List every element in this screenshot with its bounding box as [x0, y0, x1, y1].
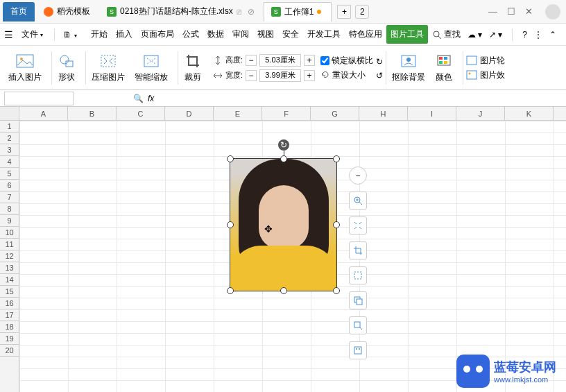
width-input[interactable] — [259, 69, 301, 82]
rotate-cw-icon[interactable]: ↻ — [376, 57, 383, 67]
row-header[interactable]: 1 — [0, 121, 19, 133]
col-header[interactable]: F — [262, 107, 311, 120]
resize-handle-tr[interactable] — [333, 155, 340, 162]
reset-size-button[interactable]: 重设大小 — [320, 69, 373, 81]
more-icon[interactable]: ⋮ — [534, 30, 542, 40]
row-header[interactable]: 5 — [0, 168, 19, 180]
user-avatar[interactable] — [545, 4, 560, 19]
resize-handle-mr[interactable] — [333, 221, 340, 228]
help-icon[interactable]: ? — [522, 30, 527, 40]
menu-tab-view[interactable]: 视图 — [253, 25, 278, 44]
col-header[interactable]: D — [165, 107, 214, 120]
shape-button[interactable]: 形状 — [55, 51, 78, 85]
cells-area[interactable]: ↻ ✥ − — [19, 121, 566, 392]
share-icon[interactable]: ↗ ▾ — [489, 30, 502, 40]
float-select-button[interactable] — [349, 266, 367, 284]
tab-count-badge[interactable]: 2 — [355, 5, 369, 19]
window-close-button[interactable]: ✕ — [525, 6, 533, 17]
resize-handle-br[interactable] — [333, 287, 340, 294]
col-header[interactable]: E — [214, 107, 262, 120]
select-all-corner[interactable] — [0, 107, 19, 120]
row-header[interactable]: 11 — [0, 239, 19, 250]
float-ai-button[interactable] — [349, 341, 367, 359]
cloud-icon[interactable]: ☁ ▾ — [468, 30, 482, 40]
file-menu-button[interactable]: 文件 ▾ — [19, 27, 46, 42]
resize-handle-tl[interactable] — [227, 155, 234, 162]
row-header[interactable]: 20 — [0, 345, 19, 357]
row-header[interactable]: 4 — [0, 156, 19, 168]
tab-docke[interactable]: 稻壳模板 — [36, 2, 98, 22]
resize-handle-tm[interactable] — [280, 155, 287, 162]
pic-effect-button[interactable]: 图片效 — [466, 69, 505, 81]
inserted-picture[interactable]: ↻ ✥ — [230, 158, 337, 291]
col-header[interactable]: H — [359, 107, 408, 120]
row-header[interactable]: 14 — [0, 274, 19, 286]
row-header[interactable]: 9 — [0, 215, 19, 227]
menu-tab-picture-tools[interactable]: 图片工具 — [386, 25, 428, 44]
remove-bg-button[interactable]: 抠除背景 — [389, 51, 428, 85]
height-increase-button[interactable]: + — [304, 55, 315, 66]
resize-handle-bm[interactable] — [280, 287, 287, 294]
crop-button[interactable]: 裁剪 — [181, 51, 205, 85]
window-maximize-button[interactable]: ☐ — [507, 6, 515, 17]
float-copy-button[interactable] — [349, 291, 367, 309]
row-header[interactable]: 18 — [0, 321, 19, 333]
menu-tab-insert[interactable]: 插入 — [112, 25, 137, 44]
menu-tab-security[interactable]: 安全 — [278, 25, 303, 44]
tab-home[interactable]: 首页 — [3, 2, 35, 22]
menu-tab-review[interactable]: 审阅 — [228, 25, 253, 44]
col-header[interactable]: C — [117, 107, 165, 120]
float-fit-button[interactable] — [349, 216, 367, 235]
width-increase-button[interactable]: + — [304, 70, 315, 81]
window-minimize-button[interactable]: — — [488, 6, 497, 17]
width-decrease-button[interactable]: − — [246, 70, 257, 81]
row-header[interactable]: 10 — [0, 227, 19, 239]
row-header[interactable]: 15 — [0, 286, 19, 298]
row-header[interactable]: 19 — [0, 333, 19, 345]
compress-button[interactable]: 压缩图片 — [89, 51, 128, 85]
save-icon[interactable]: 🗎 ▾ — [63, 30, 76, 40]
menu-tab-dev[interactable]: 开发工具 — [303, 25, 345, 44]
float-zoom-button[interactable] — [349, 191, 367, 210]
collapse-ribbon-icon[interactable]: ⌃ — [549, 30, 556, 40]
row-header[interactable]: 13 — [0, 262, 19, 274]
search-button[interactable]: 查找 — [432, 28, 461, 40]
float-crop-button[interactable] — [349, 241, 367, 259]
col-header[interactable]: J — [456, 107, 505, 120]
rotate-ccw-icon[interactable]: ↺ — [376, 71, 383, 80]
resize-handle-ml[interactable] — [227, 221, 234, 228]
tab-file1[interactable]: S 0218热门话题结构-陈立佳.xlsx ⎚ ⊘ — [99, 2, 262, 22]
lock-ratio-input[interactable] — [320, 56, 329, 65]
lock-ratio-checkbox[interactable]: 锁定纵横比 — [320, 55, 373, 67]
float-minus-button[interactable]: − — [349, 167, 367, 185]
float-replace-button[interactable] — [349, 316, 367, 334]
col-header[interactable]: I — [408, 107, 456, 120]
row-header[interactable]: 8 — [0, 203, 19, 215]
row-header[interactable]: 2 — [0, 133, 19, 144]
pic-outline-button[interactable]: 图片轮 — [466, 55, 505, 67]
col-header[interactable]: K — [505, 107, 554, 120]
zoom-icon[interactable]: 🔍 — [133, 94, 144, 103]
smart-scale-button[interactable]: 智能缩放 — [132, 51, 171, 85]
col-header[interactable]: G — [311, 107, 359, 120]
tab-new-button[interactable]: + — [337, 5, 351, 19]
height-input[interactable] — [259, 54, 301, 67]
menu-tab-formula[interactable]: 公式 — [178, 25, 203, 44]
rotate-handle[interactable]: ↻ — [278, 139, 289, 151]
tab-close-icon[interactable]: ⊘ — [248, 7, 255, 17]
col-header[interactable]: B — [68, 107, 117, 120]
menu-tab-special[interactable]: 特色应用 — [345, 25, 386, 44]
row-header[interactable]: 12 — [0, 250, 19, 262]
col-header[interactable]: A — [19, 107, 68, 120]
name-box-input[interactable] — [4, 92, 74, 105]
hamburger-icon[interactable]: ☰ — [4, 29, 13, 40]
tab-file2[interactable]: S 工作簿1 — [264, 2, 332, 22]
color-button[interactable]: 颜色 — [432, 51, 456, 85]
menu-tab-start[interactable]: 开始 — [87, 25, 112, 44]
fx-icon[interactable]: fx — [148, 94, 154, 103]
row-header[interactable]: 17 — [0, 309, 19, 321]
row-header[interactable]: 6 — [0, 180, 19, 191]
height-decrease-button[interactable]: − — [246, 55, 257, 66]
menu-tab-data[interactable]: 数据 — [203, 25, 228, 44]
row-header[interactable]: 3 — [0, 144, 19, 156]
